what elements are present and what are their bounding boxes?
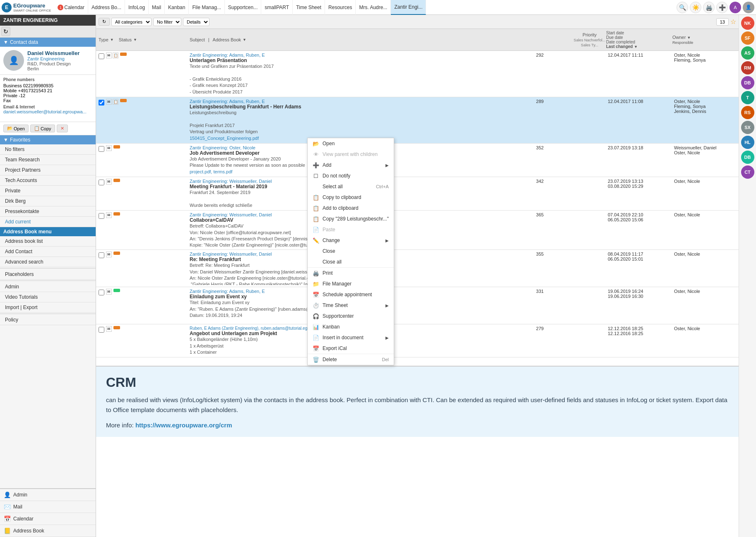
col-header-dates[interactable]: Start dateDue dateDate completedLast cha… bbox=[606, 31, 672, 49]
table-row[interactable]: ✉ Zantir Engineering: Weissmueller, Dani… bbox=[96, 177, 739, 211]
sidebar-refresh-button[interactable]: ↻ bbox=[1, 27, 10, 36]
crm-link[interactable]: https://www.egroupware.org/crm bbox=[135, 422, 232, 429]
avatar-rs[interactable]: RS bbox=[741, 106, 754, 119]
sidebar-item-advanced-search[interactable]: Advanced search bbox=[0, 257, 96, 267]
sidebar-item-placeholders[interactable]: Placeholders bbox=[0, 269, 96, 280]
sidebar-item-add-contact[interactable]: Add Contact bbox=[0, 247, 96, 257]
ctx-item-open[interactable]: 📂 Open bbox=[308, 138, 394, 149]
nav-item-supportcen[interactable]: Supportcen... bbox=[225, 0, 261, 15]
nav-item-mrs-audre[interactable]: Mrs. Audre... bbox=[356, 0, 391, 15]
ctx-item-insert-in-document[interactable]: 📄 Insert in document ▶ bbox=[308, 332, 394, 343]
sidebar-item-private[interactable]: Private bbox=[0, 186, 96, 196]
avatar-hl[interactable]: HL bbox=[741, 136, 754, 149]
ctx-item-add-clipboard[interactable]: 📋 Add to clipboard bbox=[308, 203, 394, 213]
ctx-item-close[interactable]: Close bbox=[308, 246, 394, 257]
contact-section-title[interactable]: ▼ Contact data bbox=[0, 38, 96, 47]
table-row[interactable]: ✉ Zantir Engineering: Oster, Nicole Job … bbox=[96, 144, 739, 177]
ctx-item-add[interactable]: ➕ Add ▶ bbox=[308, 160, 394, 170]
nav-item-smallpart[interactable]: smallPART bbox=[261, 0, 293, 15]
row-link-2[interactable]: Zantir Engineering: Adams, Ruben, E bbox=[190, 99, 521, 104]
favorites-section-title[interactable]: ▼ Favorites bbox=[0, 135, 96, 144]
open-contact-button[interactable]: 📂 Open bbox=[3, 125, 29, 132]
table-row[interactable]: ✉ 📋 Zantir Engineering: Adams, Ruben, E … bbox=[96, 51, 739, 97]
sidebar-item-dirk-berg[interactable]: Dirk Berg bbox=[0, 196, 96, 206]
nav-item-kanban[interactable]: Kanban bbox=[165, 0, 189, 15]
sidebar-item-video-tutorials[interactable]: Video Tutorials bbox=[0, 292, 96, 302]
avatar-ct[interactable]: CT bbox=[741, 165, 754, 179]
filter-select[interactable]: No filter bbox=[153, 18, 181, 26]
url-value[interactable] bbox=[3, 114, 92, 119]
email-value[interactable]: daniel.weissmueller@tutorial.egroupwa... bbox=[3, 109, 92, 114]
avatar-rm[interactable]: RM bbox=[741, 61, 754, 74]
ctx-item-select-all[interactable]: Select all Ctrl+A bbox=[308, 181, 394, 192]
sidebar-item-team-research[interactable]: Team Research bbox=[0, 155, 96, 165]
row-checkbox-3[interactable] bbox=[99, 146, 104, 152]
sidebar-item-project-partners[interactable]: Project Partners bbox=[0, 165, 96, 175]
brightness-button[interactable]: ☀️ bbox=[690, 2, 701, 13]
category-select[interactable]: All categories bbox=[111, 18, 152, 26]
table-row[interactable]: ✉ Ruben, E Adams (Zantir Engineering), r… bbox=[96, 324, 739, 357]
sidebar-item-pressekontakte[interactable]: Pressekontakte bbox=[0, 206, 96, 217]
sidebar-item-add-current[interactable]: Add current bbox=[0, 217, 96, 227]
bookmark-button[interactable]: ☆ bbox=[730, 18, 736, 26]
row-link-1[interactable]: Zantir Engineering: Adams, Ruben, E bbox=[190, 53, 521, 58]
sidebar-item-policy[interactable]: Policy bbox=[0, 315, 96, 325]
ctx-item-kanban[interactable]: 📊 Kanban bbox=[308, 321, 394, 332]
nav-item-resources[interactable]: Resources bbox=[325, 0, 356, 15]
ctx-item-delete[interactable]: 🗑️ Delete Del bbox=[308, 354, 394, 365]
avatar-nk[interactable]: NK bbox=[741, 17, 754, 30]
address-book-menu-title[interactable]: Address Book menu bbox=[0, 227, 96, 236]
nav-item-mail[interactable]: Mail bbox=[149, 0, 165, 15]
print-nav-button[interactable]: 🖨️ bbox=[703, 2, 715, 13]
ctx-item-copy-289[interactable]: 📋 Copy "289 Leistungsbeschr..." bbox=[308, 213, 394, 224]
sidebar-item-no-filters[interactable]: No filters bbox=[0, 144, 96, 155]
row-checkbox[interactable] bbox=[99, 53, 104, 59]
avatar-as[interactable]: AS bbox=[741, 46, 754, 60]
col-header-subject[interactable]: Subject | Address Book ▼ bbox=[187, 37, 573, 42]
bottom-nav-mail[interactable]: ✉️ Mail bbox=[0, 501, 96, 513]
nav-item-time-sheet[interactable]: Time Sheet bbox=[293, 0, 325, 15]
ctx-item-close-all[interactable]: Close all bbox=[308, 257, 394, 267]
ctx-item-export-ical[interactable]: 📅 Export iCal bbox=[308, 343, 394, 354]
bottom-nav-admin[interactable]: 👤 Admin bbox=[0, 489, 96, 501]
table-row[interactable]: ✉ 📋 Zantir Engineering: Adams, Ruben, E … bbox=[96, 97, 739, 144]
nav-item-address-book[interactable]: Address Bo... bbox=[88, 0, 125, 15]
row-checkbox-5[interactable] bbox=[99, 213, 104, 219]
sidebar-item-admin[interactable]: Admin bbox=[0, 282, 96, 292]
sidebar-item-tech-accounts[interactable]: Tech Accounts bbox=[0, 175, 96, 186]
row-checkbox-4[interactable] bbox=[99, 180, 104, 185]
nav-item-zantir-engi[interactable]: Zantir Engi... bbox=[391, 0, 426, 15]
table-row[interactable]: ✉ Zantir Engineering: Adams, Ruben, E Ei… bbox=[96, 287, 739, 324]
row-checkbox-8[interactable] bbox=[99, 327, 104, 333]
ctx-item-do-not-notify[interactable]: ☐ Do not notify bbox=[308, 170, 394, 181]
col-header-type[interactable]: Type ▼ Status ▼ bbox=[96, 37, 187, 42]
ctx-item-print[interactable]: 🖨️ Print bbox=[308, 267, 394, 278]
ctx-item-file-manager[interactable]: 📁 File Manager bbox=[308, 278, 394, 289]
avatar-db2[interactable]: DB bbox=[741, 151, 754, 164]
ctx-item-copy-clipboard[interactable]: 📋 Copy to clipboard bbox=[308, 192, 394, 203]
sidebar-item-import-export[interactable]: Import | Export bbox=[0, 302, 96, 313]
bottom-nav-calendar[interactable]: 📅 Calendar bbox=[0, 513, 96, 525]
avatar-t[interactable]: T bbox=[741, 91, 754, 104]
add-nav-button[interactable]: ➕ bbox=[716, 2, 728, 13]
details-select[interactable]: Details bbox=[183, 18, 209, 26]
nav-item-infolog[interactable]: InfoLog bbox=[125, 0, 149, 15]
refresh-button[interactable]: ↻ bbox=[99, 18, 110, 26]
close-contact-button[interactable]: ✕ bbox=[57, 125, 68, 132]
col-header-owner[interactable]: Owner ▼Responsible bbox=[672, 35, 739, 45]
nav-item-file-manager[interactable]: File Manag... bbox=[189, 0, 224, 15]
table-row[interactable]: ✉ Zantir Engineering: Weissmueller, Dani… bbox=[96, 250, 739, 287]
row-checkbox-7[interactable] bbox=[99, 290, 104, 295]
ctx-item-time-sheet[interactable]: ⏱️ Time Sheet ▶ bbox=[308, 300, 394, 311]
avatar-sx[interactable]: SX bbox=[741, 121, 754, 134]
user-avatar-nav[interactable]: A bbox=[730, 2, 741, 13]
bottom-nav-address-book[interactable]: 📒 Address Book bbox=[0, 525, 96, 537]
ctx-item-change[interactable]: ✏️ Change ▶ bbox=[308, 235, 394, 246]
avatar-sf[interactable]: SF bbox=[741, 31, 754, 45]
ctx-item-supportcenter[interactable]: 🎧 Supportcenter bbox=[308, 311, 394, 321]
nav-item-calendar[interactable]: 1 Calendar bbox=[54, 0, 88, 15]
contact-company[interactable]: Zantir Engineering bbox=[27, 56, 79, 61]
copy-contact-button[interactable]: 📋 Copy bbox=[30, 125, 55, 132]
search-nav-button[interactable]: 🔍 bbox=[677, 2, 688, 13]
col-header-priority[interactable]: PrioritySales Nachverfol...Sales Ty... bbox=[573, 32, 606, 47]
